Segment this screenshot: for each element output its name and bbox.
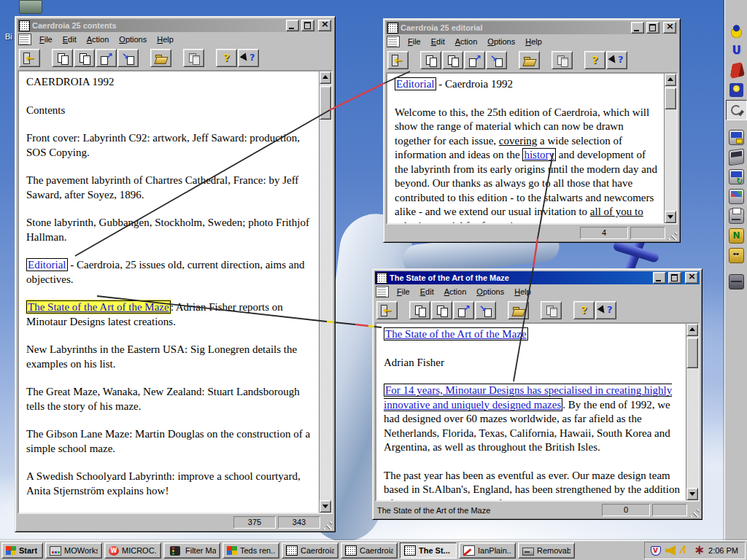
minimize-button[interactable] (653, 272, 666, 284)
scroll-thumb[interactable] (665, 88, 676, 109)
menu-help[interactable]: Help (152, 34, 179, 45)
menu-options[interactable]: Options (482, 36, 520, 47)
replace-text-icon[interactable] (431, 301, 452, 319)
exit-icon[interactable] (19, 49, 40, 67)
window-icon[interactable] (19, 20, 30, 31)
hyperlink[interactable]: Editorial (26, 258, 68, 271)
copy-icon[interactable] (541, 301, 562, 319)
help-icon[interactable] (584, 51, 605, 69)
antivirus-shield-icon[interactable] (651, 546, 661, 556)
task-microcosm[interactable]: MICROC... (104, 542, 161, 559)
menu-action[interactable]: Action (439, 286, 472, 298)
open-folder-icon[interactable] (508, 301, 529, 319)
wallet-icon[interactable] (727, 272, 746, 291)
task-teds[interactable]: Teds ren... (222, 542, 279, 559)
scroll-up-icon[interactable] (320, 71, 331, 84)
bug-icon[interactable] (727, 21, 746, 40)
scroll-thumb[interactable] (686, 338, 698, 368)
menu-action[interactable]: Action (82, 34, 115, 45)
menu-file[interactable]: File (34, 34, 58, 45)
document-page-icon[interactable] (387, 36, 400, 47)
document-page-icon[interactable] (376, 286, 389, 298)
open-folder-icon[interactable] (519, 51, 540, 69)
menu-edit[interactable]: Edit (58, 34, 82, 45)
flower-icon[interactable] (693, 545, 703, 556)
task-caerdroia-1[interactable]: Caerdroia... (282, 542, 338, 559)
end-link-icon[interactable] (475, 301, 496, 319)
organizer-icon[interactable] (727, 246, 746, 265)
context-help-icon[interactable] (238, 49, 259, 67)
end-link-icon[interactable] (486, 51, 507, 69)
hyperlink[interactable]: The State of the Art of the Maze (26, 300, 171, 314)
scroll-up-icon[interactable] (665, 74, 676, 86)
hyperlink[interactable]: The State of the Art of the Maze (384, 327, 528, 341)
task-the-state[interactable]: The St... (400, 542, 457, 559)
menu-file[interactable]: File (403, 36, 426, 47)
task-caerdroia-2[interactable]: Caerdroia... (341, 542, 398, 559)
window-icon[interactable] (387, 23, 398, 34)
vertical-scrollbar[interactable] (319, 71, 331, 513)
start-link-icon[interactable] (453, 301, 474, 319)
task-ianplain[interactable]: IanPlain... (459, 542, 516, 559)
titlebar[interactable]: The State of the Art of the Maze (375, 271, 700, 284)
resize-grip[interactable] (689, 508, 699, 517)
scroll-down-icon[interactable] (686, 488, 698, 500)
volume-icon[interactable] (665, 545, 676, 556)
maximize-button[interactable] (301, 20, 314, 31)
exit-icon[interactable] (387, 51, 409, 69)
green-book-icon[interactable] (727, 226, 746, 245)
computer-sync-icon[interactable] (727, 167, 746, 186)
lightbulb-icon[interactable] (727, 80, 746, 99)
scroll-up-icon[interactable] (686, 324, 698, 336)
close-button[interactable] (318, 20, 331, 31)
monitor-image-icon[interactable] (727, 187, 746, 206)
minimize-button[interactable] (631, 22, 644, 34)
hyperlink[interactable]: history (522, 148, 556, 161)
close-button[interactable] (663, 22, 676, 34)
copy-icon[interactable] (551, 51, 573, 69)
task-filter-manager[interactable]: Filter Man... (163, 542, 220, 559)
menu-edit[interactable]: Edit (415, 286, 439, 298)
menu-help[interactable]: Help (520, 36, 547, 47)
maximize-button[interactable] (668, 272, 681, 284)
exit-icon[interactable] (376, 301, 398, 319)
copy-pages-icon[interactable] (409, 301, 430, 319)
laptop-icon[interactable] (727, 147, 746, 166)
copy-icon[interactable] (183, 49, 204, 67)
vertical-scrollbar[interactable] (664, 74, 676, 223)
resize-grip[interactable] (322, 520, 332, 529)
scroll-track[interactable] (320, 84, 331, 500)
maximize-button[interactable] (646, 22, 659, 34)
vertical-scrollbar[interactable] (686, 324, 698, 500)
context-help-icon[interactable] (595, 301, 616, 319)
magnet-icon[interactable] (727, 41, 746, 60)
titlebar[interactable]: Caerdroia 25 editorial (386, 21, 678, 34)
computer-disk-icon[interactable] (727, 128, 746, 147)
printer-icon[interactable] (727, 206, 746, 225)
menu-edit[interactable]: Edit (426, 36, 450, 47)
start-link-icon[interactable] (464, 51, 485, 69)
copy-pages-icon[interactable] (420, 51, 441, 69)
help-icon[interactable] (216, 49, 237, 67)
scroll-thumb[interactable] (320, 86, 331, 120)
end-link-icon[interactable] (117, 49, 139, 67)
scroll-track[interactable] (665, 86, 676, 211)
minimize-button[interactable] (286, 20, 299, 31)
titlebar[interactable]: Caerdroia 25 contents (18, 19, 333, 32)
help-icon[interactable] (573, 301, 595, 319)
person-icon[interactable] (679, 545, 689, 556)
document-page-icon[interactable] (18, 34, 31, 45)
start-button[interactable]: Start (1, 542, 43, 559)
menu-file[interactable]: File (392, 286, 415, 298)
replace-text-icon[interactable] (442, 51, 463, 69)
replace-text-icon[interactable] (74, 49, 95, 67)
close-button[interactable] (685, 272, 698, 284)
task-removable[interactable]: Removab... (518, 542, 575, 559)
resize-grip[interactable] (667, 230, 677, 240)
hyperlink[interactable]: Editorial (395, 77, 436, 90)
menu-options[interactable]: Options (471, 286, 509, 298)
menu-options[interactable]: Options (114, 34, 152, 45)
scroll-track[interactable] (686, 336, 698, 488)
open-folder-icon[interactable] (150, 49, 171, 67)
plug-icon[interactable] (726, 100, 747, 120)
